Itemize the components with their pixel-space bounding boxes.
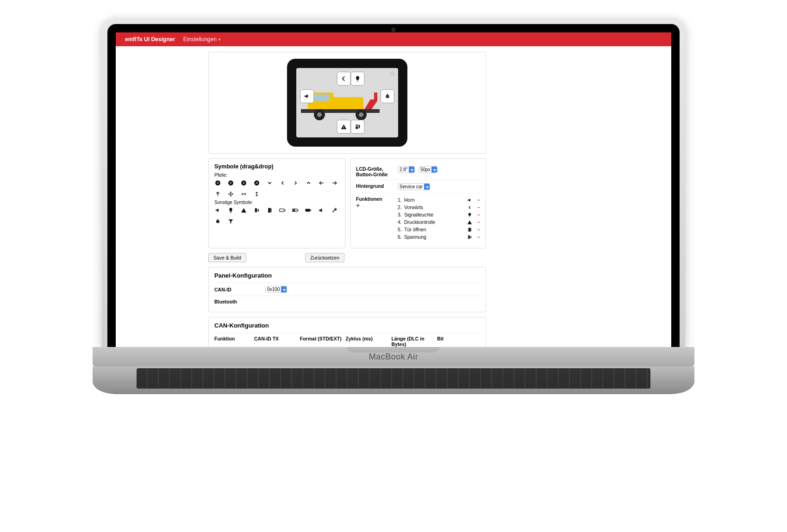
circle-down-icon[interactable] bbox=[214, 179, 221, 186]
can-column-header: Bit bbox=[437, 336, 480, 347]
can-config-title: CAN-Konfiguration bbox=[214, 322, 480, 329]
remove-function-button[interactable]: – bbox=[477, 204, 480, 210]
svg-rect-13 bbox=[356, 125, 357, 127]
horn-icon bbox=[467, 198, 477, 203]
slot-bulb-button[interactable] bbox=[351, 72, 365, 86]
arrow-up-icon[interactable] bbox=[214, 191, 221, 197]
circle-right-icon[interactable] bbox=[240, 179, 247, 186]
move-icon[interactable] bbox=[227, 191, 234, 197]
chevron-right-icon[interactable] bbox=[292, 179, 299, 186]
laptop-keyboard bbox=[93, 366, 694, 394]
save-build-button[interactable]: Save & Build bbox=[208, 253, 246, 262]
circle-left-icon[interactable] bbox=[227, 179, 234, 186]
circle-up-icon[interactable] bbox=[253, 179, 260, 186]
lcd-size-select[interactable]: 2.8" bbox=[398, 166, 415, 173]
navbar: emfITs UI Designer Einstellungen bbox=[116, 32, 671, 46]
pump-icon[interactable] bbox=[253, 207, 260, 213]
bulb-icon bbox=[467, 212, 477, 217]
laptop-base: MacBook Air bbox=[93, 347, 694, 366]
can-config-card: CAN-Konfiguration FunktionCAN-ID TXForma… bbox=[208, 317, 486, 347]
svg-rect-27 bbox=[216, 220, 219, 223]
svg-point-17 bbox=[254, 180, 259, 186]
slot-back-button[interactable] bbox=[337, 72, 351, 86]
slot-horn-button[interactable] bbox=[300, 89, 314, 103]
bluetooth-label: Bluetooth bbox=[214, 299, 265, 304]
svg-point-14 bbox=[215, 180, 220, 186]
svg-point-11 bbox=[388, 96, 388, 97]
chevron-up-icon[interactable] bbox=[305, 179, 312, 186]
battery-empty-icon[interactable] bbox=[279, 207, 286, 213]
svg-rect-30 bbox=[468, 235, 470, 238]
gear-icon[interactable] bbox=[389, 71, 395, 77]
warn-icon bbox=[467, 220, 477, 225]
svg-rect-23 bbox=[293, 209, 295, 211]
function-index: 2. bbox=[398, 204, 404, 210]
wrench-icon[interactable] bbox=[331, 207, 337, 213]
can-column-header: Länge (DLC in Bytes) bbox=[391, 336, 434, 347]
function-item: 3.Signalleuchte– bbox=[398, 211, 480, 218]
function-name: Spannung bbox=[404, 234, 467, 240]
can-id-label: CAN-ID bbox=[214, 287, 265, 292]
arrow-h-icon[interactable] bbox=[240, 191, 247, 197]
slot-warn-button[interactable] bbox=[337, 120, 351, 134]
function-index: 4. bbox=[398, 219, 404, 225]
function-index: 3. bbox=[398, 212, 404, 217]
laptop-model-label: MacBook Air bbox=[369, 352, 418, 362]
arrow-right-icon[interactable] bbox=[331, 179, 337, 186]
svg-point-7 bbox=[359, 112, 363, 117]
can-column-header: Funktion bbox=[214, 336, 251, 347]
svg-rect-26 bbox=[311, 210, 312, 210]
function-name: Tür öffnen bbox=[404, 227, 467, 232]
function-item: 6.Spannung– bbox=[398, 233, 480, 241]
settings-card: LCD-Größe, Button-Größe 2.8" 50px Hinter… bbox=[350, 158, 486, 248]
symbols-card: Symbole (drag&drop) Pfeile: bbox=[208, 158, 345, 248]
svg-rect-8 bbox=[386, 95, 389, 98]
arrow-v-icon[interactable] bbox=[253, 191, 260, 197]
settings-menu[interactable]: Einstellungen bbox=[183, 36, 220, 43]
funnel-icon[interactable] bbox=[227, 218, 234, 224]
horn-icon[interactable] bbox=[214, 207, 221, 213]
door-icon[interactable] bbox=[266, 207, 273, 213]
slot-robot-button[interactable] bbox=[381, 89, 394, 103]
lcd-screen bbox=[296, 68, 398, 137]
can-id-select[interactable]: 0x100 bbox=[265, 286, 287, 293]
background-select[interactable]: Service car bbox=[398, 183, 430, 190]
button-size-select[interactable]: 50px bbox=[418, 166, 437, 173]
function-index: 5. bbox=[398, 227, 404, 232]
robot-icon[interactable] bbox=[214, 218, 221, 224]
slot-pump-button[interactable] bbox=[351, 120, 365, 134]
symbols-title: Symbole (drag&drop) bbox=[214, 163, 339, 170]
reset-button[interactable]: Zurücksetzen bbox=[305, 253, 344, 262]
chevron-left-icon[interactable] bbox=[279, 179, 286, 186]
function-item: 2.Vorwärts– bbox=[398, 204, 480, 211]
svg-rect-29 bbox=[468, 228, 470, 231]
warn-icon[interactable] bbox=[240, 207, 247, 213]
remove-function-button[interactable]: – bbox=[477, 212, 480, 217]
remove-function-button[interactable]: – bbox=[477, 219, 480, 225]
svg-rect-18 bbox=[255, 208, 256, 212]
arrows-label: Pfeile: bbox=[214, 173, 339, 178]
svg-rect-28 bbox=[217, 219, 218, 220]
remove-function-button[interactable]: – bbox=[477, 234, 480, 240]
device-frame bbox=[287, 59, 407, 147]
bulb-icon[interactable] bbox=[227, 207, 234, 213]
can-column-header: CAN-ID TX bbox=[254, 336, 297, 347]
chevron-left-icon bbox=[467, 205, 477, 210]
battery-full-icon[interactable] bbox=[305, 207, 312, 213]
function-item: 5.Tür öffnen– bbox=[398, 226, 480, 233]
add-function-button[interactable]: + bbox=[356, 202, 394, 209]
panel-config-card: Panel-Konfiguration CAN-ID 0x100 Bluetoo… bbox=[208, 267, 486, 312]
panel-config-title: Panel-Konfiguration bbox=[214, 272, 480, 279]
lcd-size-label: LCD-Größe, Button-Größe bbox=[356, 166, 394, 177]
laptop-camera bbox=[392, 28, 396, 32]
chevron-down-icon[interactable] bbox=[266, 179, 273, 186]
function-name: Vorwärts bbox=[404, 204, 467, 210]
arrow-left-icon[interactable] bbox=[318, 179, 325, 186]
functions-label: Funktionen bbox=[356, 196, 394, 202]
svg-rect-21 bbox=[285, 210, 286, 210]
function-item: 4.Druckkontrolle– bbox=[398, 218, 480, 226]
sound-icon[interactable] bbox=[318, 207, 325, 213]
battery-half-icon[interactable] bbox=[292, 207, 299, 213]
remove-function-button[interactable]: – bbox=[477, 197, 480, 203]
remove-function-button[interactable]: – bbox=[477, 227, 480, 232]
